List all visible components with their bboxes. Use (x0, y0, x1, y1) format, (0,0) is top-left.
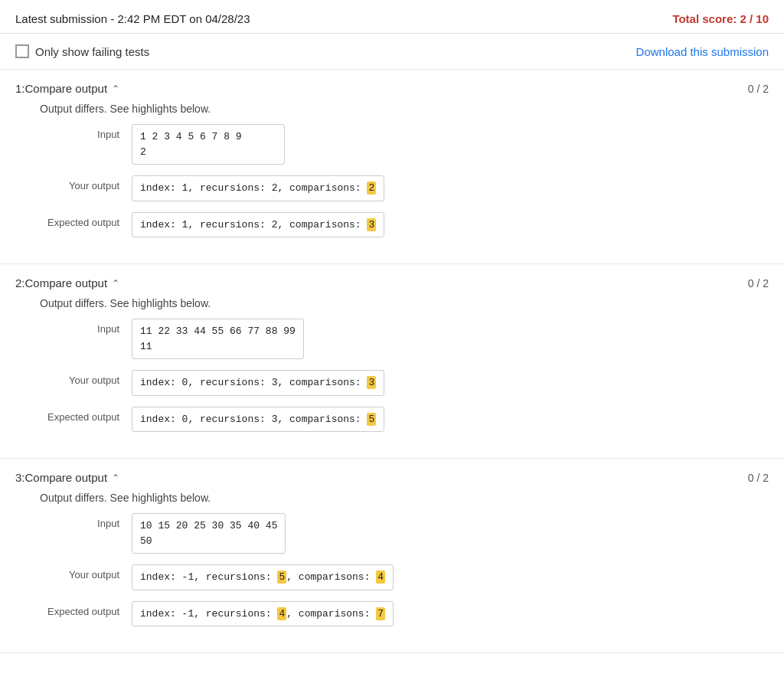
expected-output-label-3: Expected output (40, 601, 132, 617)
expected-output-box-3: index: -1, recursions: 4, comparisons: 7 (132, 601, 394, 627)
failing-tests-checkbox[interactable] (15, 44, 29, 58)
input-label-2: Input (40, 319, 132, 335)
your-output-highlight2-3: 4 (376, 571, 385, 584)
test-section-2: 2:Compare output ⌃0 / 2Output differs. S… (0, 264, 784, 459)
test-score-1: 0 / 2 (748, 83, 769, 95)
input-box-1: 1 2 3 4 5 6 7 8 92 (132, 124, 285, 165)
test-header-1: 1:Compare output ⌃0 / 2 (15, 70, 769, 103)
test-score-3: 0 / 2 (748, 472, 769, 484)
expected-output-highlight2-3: 7 (376, 607, 385, 620)
test-section-1: 1:Compare output ⌃0 / 2Output differs. S… (0, 70, 784, 264)
your-output-highlight-2: 3 (367, 376, 376, 389)
tests-container: 1:Compare output ⌃0 / 2Output differs. S… (0, 70, 784, 653)
expected-output-highlight-3: 4 (277, 607, 286, 620)
test-title-3[interactable]: 3:Compare output ⌃ (15, 471, 119, 484)
test-score-2: 0 / 2 (748, 277, 769, 289)
input-label-1: Input (40, 124, 132, 140)
your-output-row-3: Your outputindex: -1, recursions: 5, com… (40, 564, 769, 590)
your-output-box-3: index: -1, recursions: 5, comparisons: 4 (132, 564, 394, 590)
test-header-3: 3:Compare output ⌃0 / 2 (15, 459, 769, 492)
failing-tests-checkbox-label[interactable]: Only show failing tests (15, 44, 149, 58)
expected-output-row-1: Expected outputindex: 1, recursions: 2, … (40, 212, 769, 238)
failing-tests-label: Only show failing tests (35, 45, 149, 58)
expected-output-box-2: index: 0, recursions: 3, comparisons: 5 (132, 407, 384, 433)
chevron-up-icon: ⌃ (112, 473, 119, 483)
your-output-label-2: Your output (40, 370, 132, 386)
expected-output-highlight-2: 5 (367, 413, 376, 426)
expected-output-highlight-1: 3 (367, 218, 376, 231)
input-label-3: Input (40, 513, 132, 529)
your-output-row-2: Your outputindex: 0, recursions: 3, comp… (40, 370, 769, 396)
test-header-2: 2:Compare output ⌃0 / 2 (15, 264, 769, 297)
filter-bar: Only show failing tests Download this su… (0, 34, 784, 70)
chevron-up-icon: ⌃ (112, 278, 119, 289)
expected-output-row-3: Expected outputindex: -1, recursions: 4,… (40, 601, 769, 627)
download-submission-link[interactable]: Download this submission (636, 45, 769, 58)
expected-output-label-1: Expected output (40, 212, 132, 228)
filter-left: Only show failing tests (15, 44, 149, 58)
your-output-box-1: index: 1, recursions: 2, comparisons: 2 (132, 175, 384, 201)
your-output-highlight-3: 5 (277, 571, 286, 584)
your-output-box-2: index: 0, recursions: 3, comparisons: 3 (132, 370, 384, 396)
diff-note-1: Output differs. See highlights below. (40, 103, 769, 115)
expected-output-row-2: Expected outputindex: 0, recursions: 3, … (40, 407, 769, 433)
test-section-3: 3:Compare output ⌃0 / 2Output differs. S… (0, 459, 784, 653)
diff-note-2: Output differs. See highlights below. (40, 297, 769, 309)
chevron-up-icon: ⌃ (112, 83, 119, 94)
submission-title: Latest submission - 2:42 PM EDT on 04/28… (15, 12, 250, 25)
your-output-label-3: Your output (40, 564, 132, 580)
input-box-3: 10 15 20 25 30 35 40 4550 (132, 513, 286, 554)
expected-output-box-1: index: 1, recursions: 2, comparisons: 3 (132, 212, 384, 238)
input-row-1: Input1 2 3 4 5 6 7 8 92 (40, 124, 769, 165)
your-output-row-1: Your outputindex: 1, recursions: 2, comp… (40, 175, 769, 201)
total-score: Total score: 2 / 10 (672, 12, 769, 25)
your-output-highlight-1: 2 (367, 181, 376, 195)
test-title-1[interactable]: 1:Compare output ⌃ (15, 82, 119, 95)
input-row-3: Input10 15 20 25 30 35 40 4550 (40, 513, 769, 554)
expected-output-label-2: Expected output (40, 407, 132, 423)
input-row-2: Input11 22 33 44 55 66 77 88 9911 (40, 319, 769, 359)
top-bar: Latest submission - 2:42 PM EDT on 04/28… (0, 0, 784, 34)
input-box-2: 11 22 33 44 55 66 77 88 9911 (132, 319, 304, 359)
test-title-2[interactable]: 2:Compare output ⌃ (15, 276, 119, 289)
your-output-label-1: Your output (40, 175, 132, 191)
diff-note-3: Output differs. See highlights below. (40, 492, 769, 504)
